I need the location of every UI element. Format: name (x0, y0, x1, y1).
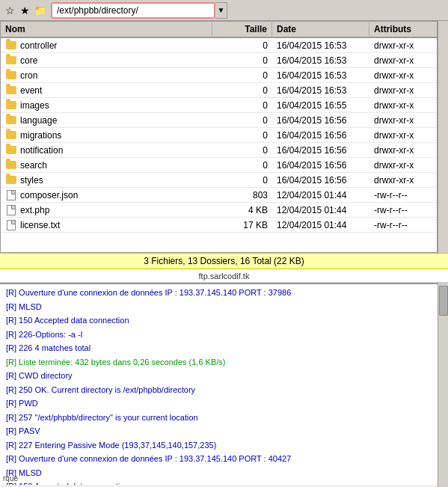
log-entry: [R] 150 Accepted data connection (0, 480, 438, 485)
file-type-icon (5, 189, 17, 201)
file-date-cell: 16/04/2015 16:56 (272, 159, 369, 172)
folder-icon (6, 41, 16, 49)
file-date-cell: 16/04/2015 16:56 (272, 144, 369, 157)
file-name-cell: ext.php (1, 203, 212, 218)
folder-icon (6, 146, 16, 154)
file-name-cell: search (1, 158, 212, 173)
folder-icon (6, 56, 16, 64)
column-headers: Nom Taille Date Attributs (1, 22, 437, 38)
file-date-cell: 16/04/2015 16:53 (272, 39, 369, 52)
col-header-name[interactable]: Nom (1, 22, 212, 36)
table-row[interactable]: event 0 16/04/2015 16:53 drwxr-xr-x (1, 83, 437, 98)
file-type-icon (5, 174, 17, 186)
file-type-icon (5, 219, 17, 231)
file-attr-cell: drwxr-xr-x (369, 144, 437, 157)
path-dropdown[interactable]: ▼ (215, 2, 227, 19)
file-date-cell: 16/04/2015 16:56 (272, 129, 369, 142)
file-type-icon (5, 129, 17, 141)
log-entry: [R] 257 "/ext/phpbb/directory" is your c… (0, 411, 438, 425)
table-row[interactable]: images 0 16/04/2015 16:55 drwxr-xr-x (1, 98, 437, 113)
file-name: language (20, 115, 57, 126)
folder-icon (6, 86, 16, 94)
file-attr-cell: drwxr-xr-x (369, 129, 437, 142)
file-size-cell: 0 (212, 54, 272, 67)
file-icon (7, 205, 16, 215)
file-name-cell: event (1, 83, 212, 98)
log-entry: [R] Liste terminée: 432 bytes dans 0,26 … (0, 355, 438, 370)
table-row[interactable]: search 0 16/04/2015 16:56 drwxr-xr-x (1, 158, 437, 173)
file-attr-cell: -rw-r--r-- (369, 189, 437, 202)
folder-icon (6, 161, 16, 169)
folder-icon (6, 116, 16, 124)
file-date-cell: 12/04/2015 01:44 (272, 189, 369, 202)
folder-icon (6, 101, 16, 109)
log-entry: [R] PWD (0, 396, 438, 411)
table-row[interactable]: controller 0 16/04/2015 16:53 drwxr-xr-x (1, 38, 437, 53)
file-date-cell: 12/04/2015 01:44 (272, 218, 369, 232)
col-header-attr[interactable]: Attributs (369, 22, 437, 36)
file-attr-cell: drwxr-xr-x (369, 114, 437, 127)
file-name: ext.php (20, 205, 49, 215)
folder-nav-icon[interactable]: 📁 (33, 4, 46, 17)
file-name: controller (20, 40, 57, 51)
file-name-cell: controller (1, 38, 212, 53)
table-row[interactable]: notification 0 16/04/2015 16:56 drwxr-xr… (1, 143, 437, 158)
file-name-cell: composer.json (1, 188, 212, 203)
table-row[interactable]: styles 0 16/04/2015 16:56 drwxr-xr-x (1, 173, 437, 188)
file-date-cell: 16/04/2015 16:55 (272, 99, 369, 112)
file-size-cell: 17 KB (212, 218, 272, 232)
table-row[interactable]: migrations 0 16/04/2015 16:56 drwxr-xr-x (1, 128, 437, 143)
table-row[interactable]: cron 0 16/04/2015 16:53 drwxr-xr-x (1, 68, 437, 83)
table-row[interactable]: ext.php 4 KB 12/04/2015 01:44 -rw-r--r-- (1, 203, 437, 218)
col-header-size[interactable]: Taille (212, 22, 272, 36)
file-type-icon (5, 114, 17, 126)
file-icon (7, 220, 16, 230)
file-panel: Nom Taille Date Attributs controller 0 1… (0, 21, 438, 253)
status-summary: 3 Fichiers, 13 Dossiers, 16 Total (22 KB… (144, 256, 304, 266)
table-row[interactable]: license.txt 17 KB 12/04/2015 01:44 -rw-r… (1, 218, 437, 233)
file-size-cell: 0 (212, 99, 272, 112)
log-entry: [R] CWD directory (0, 369, 438, 383)
star-icon[interactable]: ★ (18, 4, 31, 17)
scroll-thumb[interactable] (439, 286, 448, 316)
log-panel: [R] Ouverture d'une connexion de données… (0, 283, 438, 485)
file-size-cell: 0 (212, 84, 272, 97)
folder-icon (6, 71, 16, 79)
file-panel-scrollbar[interactable] (438, 21, 448, 253)
file-name-cell: core (1, 53, 212, 68)
bookmark-icon[interactable]: ☆ (3, 4, 16, 17)
folder-icon (6, 176, 16, 184)
file-type-icon (5, 55, 17, 67)
file-icon (7, 190, 16, 200)
table-row[interactable]: core 0 16/04/2015 16:53 drwxr-xr-x (1, 53, 437, 68)
file-name: cron (20, 70, 37, 81)
table-row[interactable]: language 0 16/04/2015 16:56 drwxr-xr-x (1, 113, 437, 128)
bottom-label: rque (0, 473, 21, 484)
log-scrollbar[interactable] (438, 283, 448, 487)
file-attr-cell: -rw-r--r-- (369, 203, 437, 217)
file-type-icon (5, 144, 17, 156)
log-entry: [R] 226-Options: -a -l (0, 328, 438, 342)
col-header-date[interactable]: Date (272, 22, 369, 36)
file-size-cell: 0 (212, 159, 272, 172)
file-size-cell: 0 (212, 114, 272, 127)
log-content: [R] Ouverture d'une connexion de données… (0, 283, 438, 487)
file-attr-cell: -rw-r--r-- (369, 218, 437, 232)
file-attr-cell: drwxr-xr-x (369, 159, 437, 172)
path-bar: ▼ (51, 2, 445, 19)
table-row[interactable]: composer.json 803 12/04/2015 01:44 -rw-r… (1, 188, 437, 203)
log-entry: [R] Ouverture d'une connexion de données… (0, 286, 438, 300)
main-container: ☆ ★ 📁 ▼ Nom Taille Date Attributs (0, 0, 448, 487)
file-name-cell: language (1, 113, 212, 128)
log-entry: [R] 250 OK. Current directory is /ext/ph… (0, 383, 438, 397)
file-date-cell: 12/04/2015 01:44 (272, 203, 369, 217)
file-name: notification (20, 145, 63, 156)
log-entry: [R] PASV (0, 424, 438, 438)
status-bar: 3 Fichiers, 13 Dossiers, 16 Total (22 KB… (0, 253, 448, 269)
folder-icon (6, 131, 16, 139)
file-size-cell: 4 KB (212, 203, 272, 217)
path-input[interactable] (51, 2, 215, 19)
file-size-cell: 803 (212, 189, 272, 202)
file-date-cell: 16/04/2015 16:53 (272, 84, 369, 97)
file-name-cell: migrations (1, 128, 212, 143)
